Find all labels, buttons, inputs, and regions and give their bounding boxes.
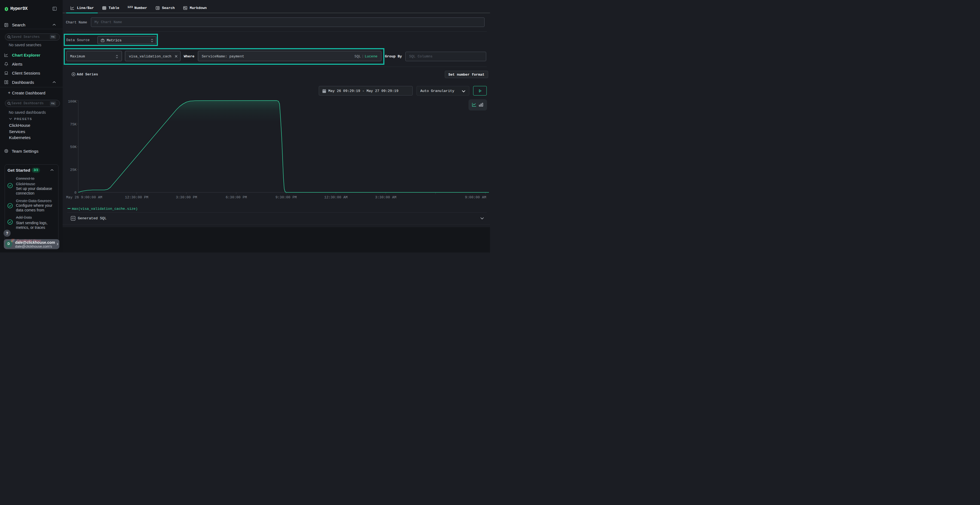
svg-text:75K: 75K — [70, 122, 77, 127]
svg-text:50K: 50K — [70, 145, 77, 149]
svg-text:3:30:00 PM: 3:30:00 PM — [176, 195, 197, 199]
svg-text:9:00:00 AM: 9:00:00 AM — [465, 195, 486, 199]
svg-text:12:30:00 AM: 12:30:00 AM — [324, 195, 348, 199]
svg-text:0: 0 — [74, 191, 76, 195]
svg-text:6:30:00 PM: 6:30:00 PM — [226, 195, 247, 199]
svg-text:3:30:00 AM: 3:30:00 AM — [375, 195, 396, 199]
svg-text:12:30:00 PM: 12:30:00 PM — [125, 195, 148, 199]
svg-text:25K: 25K — [70, 168, 77, 172]
svg-text:9:30:00 PM: 9:30:00 PM — [275, 195, 297, 199]
svg-text:max(visa_validation_cache.size: max(visa_validation_cache.size) — [72, 207, 138, 211]
svg-text:100K: 100K — [68, 100, 76, 104]
svg-text:May 26 9:00:00 AM: May 26 9:00:00 AM — [66, 195, 102, 199]
